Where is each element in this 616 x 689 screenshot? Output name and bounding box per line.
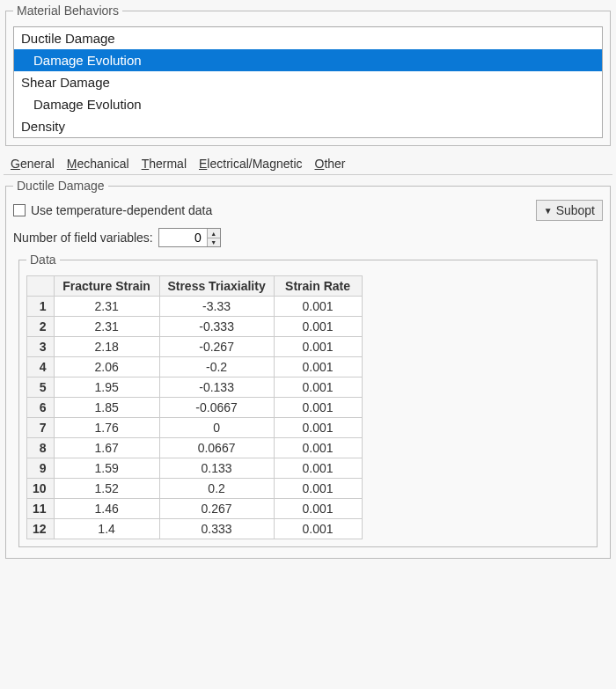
cell[interactable]: 0.001: [274, 519, 362, 539]
cell[interactable]: 2.18: [54, 337, 159, 357]
row-number: 2: [27, 317, 55, 337]
cell[interactable]: 0.001: [274, 377, 362, 398]
table-row: 111.460.2670.001: [27, 499, 363, 519]
cell[interactable]: 1.4: [54, 519, 159, 539]
num-field-vars-label: Number of field variables:: [13, 231, 153, 245]
cell[interactable]: 0.333: [159, 519, 274, 539]
cell[interactable]: 0.001: [274, 398, 362, 418]
spinner-down-icon[interactable]: ▼: [208, 238, 220, 246]
cell[interactable]: 0.001: [274, 297, 362, 317]
cell[interactable]: -0.2: [159, 357, 274, 377]
data-fieldset: Data Fracture Strain Stress Triaxiality …: [18, 253, 598, 547]
table-row: 51.95-0.1330.001: [27, 377, 363, 398]
menu-tab-other[interactable]: Other: [315, 157, 346, 171]
table-row: 121.40.3330.001: [27, 519, 363, 539]
cell[interactable]: 1.52: [54, 479, 159, 499]
cell[interactable]: -0.267: [159, 337, 274, 357]
row-number: 11: [27, 499, 55, 519]
cell[interactable]: 1.46: [54, 499, 159, 519]
ductile-damage-fieldset: Ductile Damage Use temperature-dependent…: [5, 179, 611, 559]
behaviors-list: Ductile DamageDamage EvolutionShear Dama…: [13, 26, 603, 138]
material-behaviors-legend: Material Behaviors: [13, 4, 122, 18]
material-behaviors-fieldset: Material Behaviors Ductile DamageDamage …: [5, 4, 611, 146]
row-number: 12: [27, 519, 55, 539]
subopt-label: Subopt: [556, 203, 595, 217]
cell[interactable]: 0.0667: [159, 438, 274, 458]
table-row: 101.520.20.001: [27, 479, 363, 499]
col-strain-rate[interactable]: Strain Rate: [274, 276, 362, 297]
cell[interactable]: 0.001: [274, 337, 362, 357]
cell[interactable]: 1.59: [54, 458, 159, 479]
menu-tab-electrical-magnetic[interactable]: Electrical/Magnetic: [199, 157, 303, 171]
behaviors-item[interactable]: Shear Damage: [14, 71, 602, 93]
dropdown-triangle-icon: ▼: [544, 206, 553, 216]
cell[interactable]: -3.33: [159, 297, 274, 317]
cell[interactable]: 0.001: [274, 458, 362, 479]
table-row: 61.85-0.06670.001: [27, 398, 363, 418]
cell[interactable]: -0.133: [159, 377, 274, 398]
menu-tab-thermal[interactable]: Thermal: [142, 157, 187, 171]
row-number: 10: [27, 479, 55, 499]
cell[interactable]: 2.06: [54, 357, 159, 377]
col-fracture-strain[interactable]: Fracture Strain: [54, 276, 159, 297]
row-number: 8: [27, 438, 55, 458]
row-number: 1: [27, 297, 55, 317]
row-number: 5: [27, 377, 55, 398]
row-number-header: [27, 276, 55, 297]
cell[interactable]: -0.333: [159, 317, 274, 337]
num-field-vars-spinner[interactable]: ▲ ▼: [158, 228, 221, 247]
menu-tab-general[interactable]: General: [11, 157, 55, 171]
use-temp-label: Use temperature-dependent data: [31, 203, 212, 217]
row-number: 6: [27, 398, 55, 418]
use-temp-checkbox[interactable]: [13, 204, 26, 216]
menu-tabs: GeneralMechanicalThermalElectrical/Magne…: [4, 151, 612, 175]
table-row: 81.670.06670.001: [27, 438, 363, 458]
cell[interactable]: 1.85: [54, 398, 159, 418]
row-number: 3: [27, 337, 55, 357]
behaviors-item[interactable]: Density: [14, 115, 602, 137]
num-field-vars-input[interactable]: [159, 229, 207, 246]
table-row: 71.7600.001: [27, 418, 363, 438]
table-row: 42.06-0.20.001: [27, 357, 363, 377]
cell[interactable]: 0.2: [159, 479, 274, 499]
data-table: Fracture Strain Stress Triaxiality Strai…: [26, 275, 363, 539]
menu-tab-mechanical[interactable]: Mechanical: [67, 157, 129, 171]
cell[interactable]: -0.0667: [159, 398, 274, 418]
behaviors-item[interactable]: Damage Evolution: [14, 93, 602, 115]
behaviors-item[interactable]: Ductile Damage: [14, 27, 602, 49]
cell[interactable]: 0.001: [274, 418, 362, 438]
spinner-up-icon[interactable]: ▲: [208, 229, 220, 238]
cell[interactable]: 0.001: [274, 438, 362, 458]
table-row: 91.590.1330.001: [27, 458, 363, 479]
subopt-button[interactable]: ▼ Subopt: [536, 200, 603, 221]
cell[interactable]: 2.31: [54, 297, 159, 317]
row-number: 7: [27, 418, 55, 438]
cell[interactable]: 1.95: [54, 377, 159, 398]
cell[interactable]: 0.001: [274, 479, 362, 499]
table-row: 22.31-0.3330.001: [27, 317, 363, 337]
cell[interactable]: 0.267: [159, 499, 274, 519]
row-number: 9: [27, 458, 55, 479]
data-legend: Data: [26, 253, 60, 267]
col-stress-triaxiality[interactable]: Stress Triaxiality: [159, 276, 274, 297]
table-row: 12.31-3.330.001: [27, 297, 363, 317]
cell[interactable]: 1.76: [54, 418, 159, 438]
ductile-damage-legend: Ductile Damage: [13, 179, 108, 193]
cell[interactable]: 0.001: [274, 499, 362, 519]
cell[interactable]: 0.133: [159, 458, 274, 479]
cell[interactable]: 2.31: [54, 317, 159, 337]
table-row: 32.18-0.2670.001: [27, 337, 363, 357]
cell[interactable]: 0.001: [274, 357, 362, 377]
behaviors-item[interactable]: Damage Evolution: [14, 49, 602, 71]
row-number: 4: [27, 357, 55, 377]
cell[interactable]: 0: [159, 418, 274, 438]
cell[interactable]: 1.67: [54, 438, 159, 458]
cell[interactable]: 0.001: [274, 317, 362, 337]
